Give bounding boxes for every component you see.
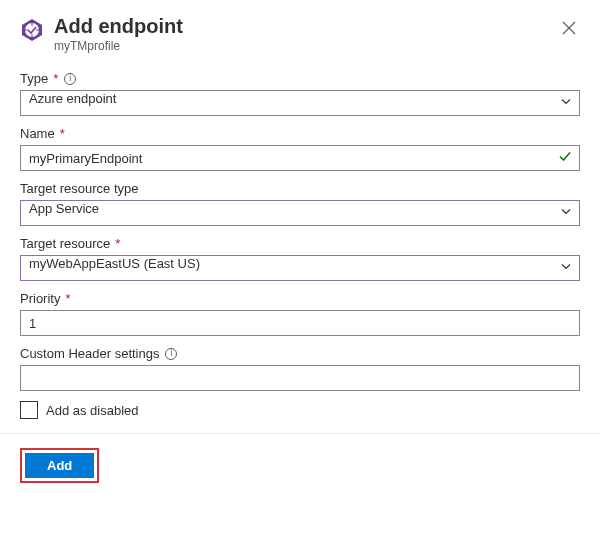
name-label: Name [20, 126, 55, 141]
info-icon[interactable]: i [165, 348, 177, 360]
target-resource-label: Target resource [20, 236, 110, 251]
priority-label: Priority [20, 291, 60, 306]
panel-subtitle: myTMprofile [54, 39, 548, 53]
required-indicator: * [53, 71, 58, 86]
target-resource-type-label: Target resource type [20, 181, 139, 196]
close-icon [562, 19, 576, 39]
name-input[interactable] [20, 145, 580, 171]
traffic-manager-icon [20, 18, 44, 42]
panel-title: Add endpoint [54, 14, 548, 38]
add-as-disabled-label: Add as disabled [46, 403, 139, 418]
required-indicator: * [65, 291, 70, 306]
type-label: Type [20, 71, 48, 86]
custom-header-input[interactable] [20, 365, 580, 391]
type-select[interactable]: Azure endpoint [20, 90, 580, 116]
priority-input[interactable] [20, 310, 580, 336]
add-button-highlight: Add [20, 448, 99, 483]
custom-header-label: Custom Header settings [20, 346, 159, 361]
info-icon[interactable]: i [64, 73, 76, 85]
close-button[interactable] [558, 16, 580, 42]
required-indicator: * [115, 236, 120, 251]
target-resource-select[interactable]: myWebAppEastUS (East US) [20, 255, 580, 281]
required-indicator: * [60, 126, 65, 141]
add-as-disabled-checkbox[interactable] [20, 401, 38, 419]
panel-header: Add endpoint myTMprofile [20, 14, 580, 53]
target-resource-type-select[interactable]: App Service [20, 200, 580, 226]
add-button[interactable]: Add [25, 453, 94, 478]
